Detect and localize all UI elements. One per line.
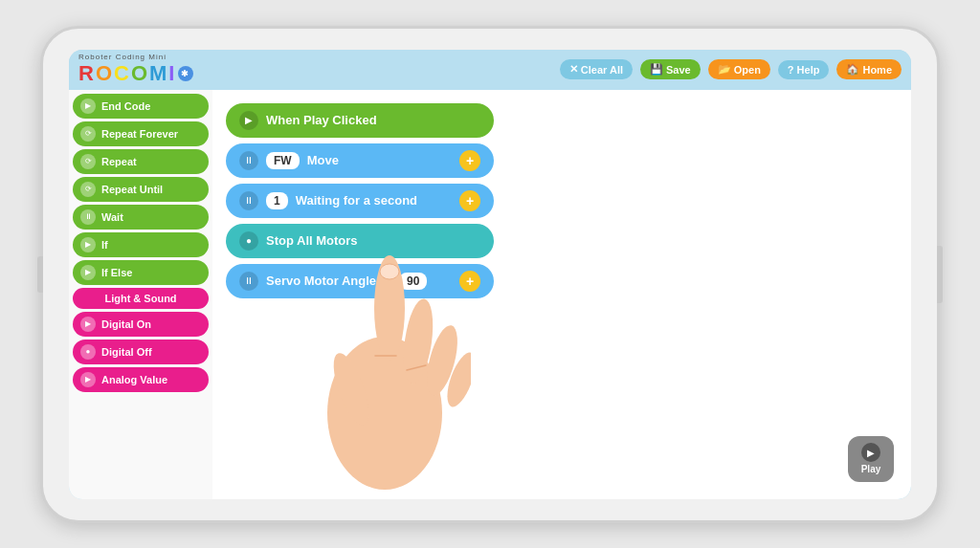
workspace: ▶ When Play Clicked ⏸ FW Move + ⏸ 1 <box>212 90 911 499</box>
svg-point-5 <box>326 348 376 428</box>
play-icon: ▶ <box>861 443 880 462</box>
block-if[interactable]: ▶ If <box>73 232 209 257</box>
fw-move-label: Move <box>307 153 339 167</box>
play-button[interactable]: ▶ Play <box>848 436 894 482</box>
block-if-else-label: If Else <box>101 267 132 278</box>
block-repeat-forever-label: Repeat Forever <box>101 128 178 140</box>
help-icon: ? <box>788 64 794 76</box>
digital-on-icon: ▶ <box>80 317 96 332</box>
block-digital-on-label: Digital On <box>101 318 151 330</box>
home-label: Home <box>862 64 892 76</box>
logo-area: Roboter Coding Mini ROCOMI ✱ <box>78 53 193 86</box>
fw-move-plus[interactable]: + <box>459 150 480 171</box>
servo-icon: ⏸ <box>239 272 258 291</box>
svg-point-2 <box>399 296 437 385</box>
servo-plus[interactable]: + <box>459 271 480 292</box>
repeat-icon: ⟳ <box>80 154 96 169</box>
clear-all-button[interactable]: ✕ Clear All <box>560 59 633 79</box>
block-if-else[interactable]: ▶ If Else <box>73 260 209 285</box>
open-label: Open <box>734 64 761 76</box>
open-icon: 📂 <box>718 63 731 76</box>
open-button[interactable]: 📂 Open <box>708 59 770 79</box>
waiting-icon: ⏸ <box>239 191 258 210</box>
wait-icon: ⏸ <box>80 209 96 225</box>
logo-c: C <box>114 61 131 86</box>
repeat-until-icon: ⟳ <box>80 182 96 197</box>
stop-motors-icon: ● <box>239 231 258 251</box>
block-end-code-label: End Code <box>101 100 150 112</box>
block-wait[interactable]: ⏸ Wait <box>73 205 209 230</box>
block-repeat-until[interactable]: ⟳ Repeat Until <box>73 177 209 202</box>
save-icon: 💾 <box>650 63 663 76</box>
home-button[interactable]: 🏠 Home <box>836 59 902 79</box>
code-blocks: ▶ When Play Clicked ⏸ FW Move + ⏸ 1 <box>226 103 494 298</box>
right-side-button[interactable] <box>937 246 943 303</box>
repeat-forever-icon: ⟳ <box>80 126 96 142</box>
home-icon: 🏠 <box>846 63 859 76</box>
save-button[interactable]: 💾 Save <box>640 59 701 79</box>
svg-point-3 <box>421 321 464 398</box>
svg-point-4 <box>441 349 471 410</box>
left-side-button[interactable] <box>37 256 43 293</box>
block-fw-move[interactable]: ⏸ FW Move + <box>226 143 494 178</box>
block-digital-off[interactable]: ● Digital Off <box>73 340 209 364</box>
analog-value-icon: ▶ <box>80 372 96 387</box>
logo: ROCOMI ✱ <box>78 61 193 86</box>
svg-point-0 <box>327 337 442 490</box>
main-content: ▶ End Code ⟳ Repeat Forever ⟳ Repeat ⟳ R… <box>69 90 911 499</box>
waiting-label: Waiting for a second <box>296 193 417 208</box>
top-bar: Roboter Coding Mini ROCOMI ✱ ✕ Clear All… <box>69 50 911 90</box>
left-panel: ▶ End Code ⟳ Repeat Forever ⟳ Repeat ⟳ R… <box>69 90 212 499</box>
block-digital-off-label: Digital Off <box>101 346 152 358</box>
end-code-icon: ▶ <box>80 99 96 114</box>
block-analog-value-label: Analog Value <box>101 374 167 385</box>
category-light-sound: Light & Sound <box>73 288 209 309</box>
waiting-plus[interactable]: + <box>459 190 480 211</box>
tablet-shell: Roboter Coding Mini ROCOMI ✱ ✕ Clear All… <box>40 26 940 523</box>
block-stop-motors[interactable]: ● Stop All Motors <box>226 224 494 258</box>
if-else-icon: ▶ <box>80 265 96 280</box>
when-play-icon: ▶ <box>239 111 258 130</box>
play-label: Play <box>861 464 881 474</box>
block-end-code[interactable]: ▶ End Code <box>73 94 209 119</box>
logo-o: O <box>96 61 114 86</box>
waiting-badge: 1 <box>266 192 288 209</box>
logo-subtitle: Roboter Coding Mini <box>78 53 193 61</box>
block-when-play-clicked[interactable]: ▶ When Play Clicked <box>226 103 494 138</box>
block-waiting[interactable]: ⏸ 1 Waiting for a second + <box>226 184 494 218</box>
block-repeat[interactable]: ⟳ Repeat <box>73 149 209 174</box>
help-button[interactable]: ? Help <box>778 60 830 79</box>
block-digital-on[interactable]: ▶ Digital On <box>73 312 209 337</box>
block-repeat-label: Repeat <box>101 156 137 167</box>
bluetooth-icon: ✱ <box>178 66 193 81</box>
block-if-label: If <box>101 239 108 251</box>
fw-badge: FW <box>266 152 300 169</box>
svg-line-7 <box>407 365 426 370</box>
logo-o2: O <box>131 61 149 86</box>
clear-all-label: Clear All <box>581 64 623 76</box>
logo-i: I <box>168 61 176 86</box>
block-repeat-forever[interactable]: ⟳ Repeat Forever <box>73 121 209 146</box>
block-servo-motor[interactable]: ⏸ Servo Motor Angle to 90 + <box>226 264 494 298</box>
digital-off-icon: ● <box>80 344 96 360</box>
clear-all-icon: ✕ <box>569 63 578 76</box>
block-analog-value[interactable]: ▶ Analog Value <box>73 367 209 392</box>
fw-move-icon: ⏸ <box>239 151 258 170</box>
screen: Roboter Coding Mini ROCOMI ✱ ✕ Clear All… <box>69 50 911 499</box>
save-label: Save <box>666 64 691 76</box>
help-label: Help <box>797 64 820 76</box>
block-repeat-until-label: Repeat Until <box>101 184 163 195</box>
stop-motors-label: Stop All Motors <box>266 233 358 248</box>
logo-m: M <box>149 61 168 86</box>
servo-label: Servo Motor Angle to <box>266 274 391 288</box>
logo-r: R <box>78 61 96 86</box>
servo-badge: 90 <box>399 273 427 290</box>
if-icon: ▶ <box>80 237 96 252</box>
block-wait-label: Wait <box>101 211 123 223</box>
when-play-label: When Play Clicked <box>266 113 377 127</box>
